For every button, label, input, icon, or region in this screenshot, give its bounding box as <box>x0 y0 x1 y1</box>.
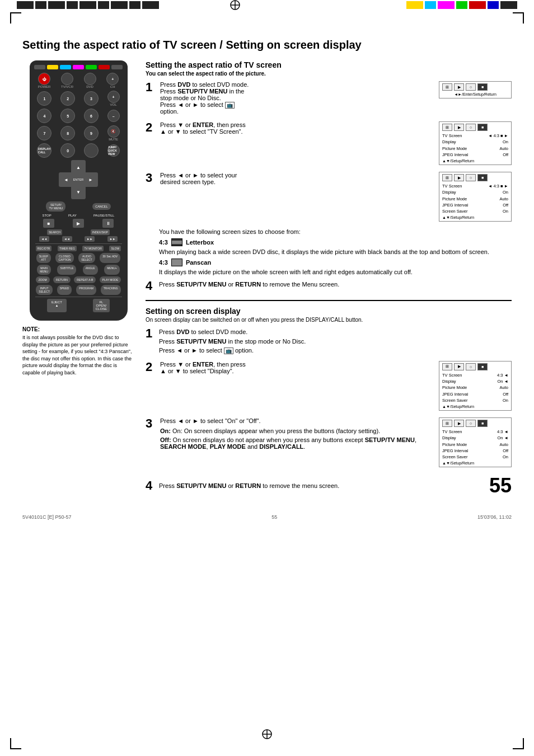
screen5-row1-label: TV Screen <box>442 429 462 435</box>
next-button[interactable]: ►► <box>107 236 118 242</box>
play-button[interactable]: ▶ <box>73 219 84 228</box>
bar-seg <box>35 1 46 9</box>
screen5-row2-value: On ◄ <box>497 435 508 441</box>
left-column: ⏻ POWER TV/VCR DVD + CH <box>22 60 134 503</box>
vol-minus-button[interactable]: – <box>107 110 120 122</box>
index-skip-button[interactable]: INDEX/SKIP <box>91 229 110 235</box>
btn-0[interactable]: 0 <box>60 143 75 158</box>
stop-button[interactable]: ■ <box>43 219 54 228</box>
power-button[interactable]: ⏻ <box>38 73 50 85</box>
tv-monitor-button[interactable]: TV MONITOR <box>82 246 103 251</box>
display-call-button[interactable]: DISPLAY/CALL <box>37 143 51 158</box>
screen3-row3-value: Auto <box>500 196 508 202</box>
corner-mark-bottom-left <box>10 738 21 749</box>
bar-seg <box>142 1 159 9</box>
cancel-button[interactable]: CANCEL <box>92 203 110 210</box>
sleep-btn[interactable]: SLEEPATT <box>36 253 51 263</box>
screen3-icon2: ▶ <box>454 174 464 181</box>
dvd-button[interactable] <box>84 73 96 85</box>
btn-7[interactable]: 7 <box>37 126 51 140</box>
zoom-btn[interactable]: ZOOM <box>36 276 50 283</box>
screen4-row2-label: Display <box>442 378 456 384</box>
btn-blank[interactable] <box>84 143 99 158</box>
btn-1[interactable]: 1 <box>37 91 51 106</box>
screen2-row2: Display On <box>442 139 508 145</box>
tracking-btn[interactable]: TRACKING <box>101 285 121 295</box>
closed-caption-btn[interactable]: CLOSEDCAPTION <box>55 253 73 263</box>
mute-button[interactable]: 🔇 <box>107 125 120 138</box>
screen5: ⊞ ▶ ○ ■ TV Screen 4:3 ◄ <box>439 417 512 467</box>
tvvcr-button[interactable] <box>61 73 73 85</box>
screen4-row2-value: On ◄ <box>497 378 508 384</box>
speed-btn[interactable]: SPEED <box>57 285 72 295</box>
remote-seg-green <box>86 65 97 69</box>
mute-label: MUTE <box>109 138 118 141</box>
btn-9[interactable]: 9 <box>84 126 99 140</box>
btn-8[interactable]: 8 <box>60 126 75 140</box>
input-select-btn[interactable]: INPUTSELECT <box>36 285 52 295</box>
repeat-ab-btn[interactable]: REPEAT A-B <box>74 276 96 283</box>
s2-step1-num: 1 <box>146 327 156 340</box>
rew-button[interactable]: ◄◄ <box>62 236 72 242</box>
btn-2[interactable]: 2 <box>60 91 75 106</box>
screen2-icon2: ▶ <box>454 124 464 131</box>
ff-button[interactable]: ►► <box>85 236 95 242</box>
letterbox-choices: You have the following screen sizes to c… <box>159 228 512 275</box>
btn-3[interactable]: 3 <box>84 91 99 106</box>
top-bar-right <box>246 0 534 10</box>
vol-plus-group: + VOL <box>107 91 120 106</box>
choice2-desc: It displays the wide picture on the whol… <box>159 269 512 275</box>
step1-line3: stop mode or No Disc. <box>160 95 434 101</box>
prev-button[interactable]: ◄◄ <box>39 236 49 242</box>
remote-seg <box>111 65 123 69</box>
screen2-row3-value: Auto <box>500 145 508 152</box>
playmode-btn[interactable]: PLAY MODE <box>100 276 121 283</box>
audio-select-btn[interactable]: AUDIOSELECT <box>78 253 95 263</box>
setup-tvmenu-button[interactable]: SETUP/TV MENU <box>46 201 65 212</box>
program-btn[interactable]: PROGRAM <box>76 285 96 295</box>
angle-btn[interactable]: ANGLE <box>83 265 98 275</box>
main-menu-btn[interactable]: MAINMENU <box>37 265 51 275</box>
eject-button[interactable]: EJECT▲ <box>47 299 67 312</box>
pausestill-button[interactable]: ⏸ <box>102 219 114 228</box>
step3-screens: ⊞ ▶ ○ ■ TV Screen ◄ 4:3 ■ ► <box>439 172 512 222</box>
screen-icon1: ⊞ <box>442 83 452 91</box>
s2-step3-num: 3 <box>146 417 156 430</box>
remote-seg-red <box>99 65 110 69</box>
page-number-main: 55 <box>484 474 512 497</box>
step1-text: Press DVD to select DVD mode. Press SETU… <box>160 81 434 115</box>
subtitle-btn[interactable]: SUBTITLE <box>57 265 76 275</box>
screen4-icon2: ▶ <box>454 363 464 370</box>
screen2-icon1: ⊞ <box>442 124 452 131</box>
30sec-adv-btn[interactable]: 30 Sec ADV <box>100 253 120 263</box>
screen2-row2-label: Display <box>442 139 456 145</box>
fl-open-button[interactable]: FLOPEN/CLOSE <box>93 299 110 312</box>
chplus-button[interactable]: + <box>106 73 119 85</box>
btn-4[interactable]: 4 <box>37 109 51 123</box>
s2-step4-num: 4 <box>146 480 156 492</box>
rec-otr-button[interactable]: REC/OTR <box>36 246 52 251</box>
screen2-row1-value: ◄ 4:3 ■ ► <box>488 133 508 139</box>
s2-step2-line1: Press ▼ or ENTER, then press <box>160 361 434 368</box>
screen4-row5-label: Screen Saver <box>442 397 467 403</box>
enter-button[interactable]: ENTER <box>71 172 86 187</box>
menu-plus-btn[interactable]: MENU+ <box>104 265 120 275</box>
bar-seg-red <box>469 1 486 9</box>
jump-button[interactable]: JUMP/QUICK VIEW <box>107 144 120 157</box>
screen5-row3-value: Auto <box>500 442 508 448</box>
search-button[interactable]: SEARCH <box>47 229 62 235</box>
slow-button[interactable]: SLOW <box>109 246 121 251</box>
btn-5[interactable]: 5 <box>60 109 75 123</box>
section1-subtitle: You can select the aspect ratio of the p… <box>146 71 512 77</box>
bar-seg <box>500 1 517 9</box>
screen5-row4-value: Off <box>503 448 508 454</box>
btn-6[interactable]: 6 <box>84 109 99 123</box>
timer-reg-button[interactable]: TIMER REG <box>58 246 77 251</box>
screen-group1: ⊞ ▶ ○ ■ ◄►/Enter/Setup/Return <box>439 81 512 98</box>
vol-plus-button[interactable]: + <box>107 91 120 103</box>
screen1-nav: ◄►/Enter/Setup/Return <box>442 92 508 96</box>
screen2-row3: Picture Mode Auto <box>442 145 508 152</box>
screen-icon2: ▶ <box>454 83 464 91</box>
remote-dpad: ▲ ▼ ◄ ► ENTER <box>59 160 98 199</box>
return-btn[interactable]: RETURN <box>53 276 71 283</box>
